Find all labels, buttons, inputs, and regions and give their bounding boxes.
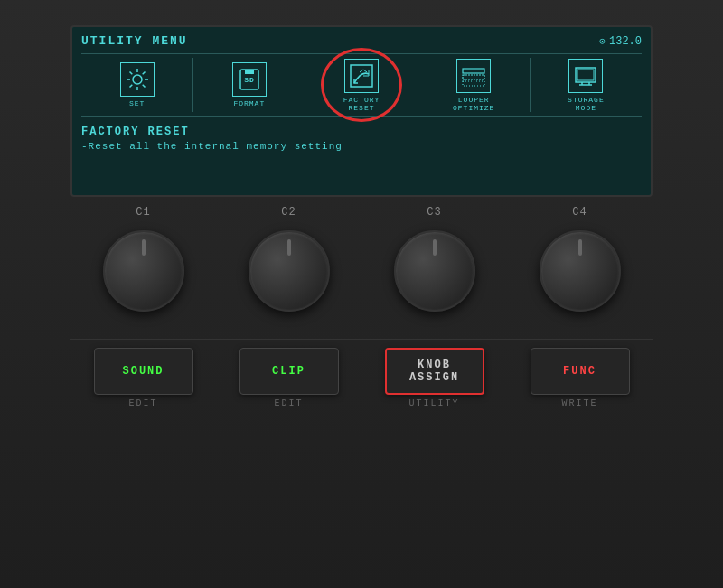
looper-optimize-icon-box xyxy=(456,59,491,93)
lcd-icon-storage-mode[interactable]: STORAGEMODE xyxy=(531,59,642,112)
lcd-info-desc: -Reset all the internal memory setting xyxy=(81,141,642,152)
knob-label-c3: C3 xyxy=(376,206,493,219)
format-icon-label: FORMAT xyxy=(233,99,265,107)
clip-button[interactable]: CLIP xyxy=(239,348,339,395)
lcd-icon-set[interactable]: SET xyxy=(81,62,192,107)
lcd-icon-looper-optimize[interactable]: LOOPEROPTIMIZE xyxy=(418,59,530,112)
set-icon-box xyxy=(120,62,155,97)
knob-c4[interactable] xyxy=(540,230,621,312)
sound-btn-group: SOUND EDIT xyxy=(94,348,193,408)
knob-c2[interactable] xyxy=(249,230,330,312)
lcd-icon-factory-reset[interactable]: FACTORYRESET xyxy=(305,59,417,112)
svg-point-0 xyxy=(133,75,142,84)
knob-label-c4: C4 xyxy=(521,206,639,219)
lcd-icons-row: SET SD FORMAT xyxy=(81,53,642,117)
format-icon-box: SD xyxy=(232,62,267,97)
knob-c3[interactable] xyxy=(394,230,475,312)
sound-button-label: SOUND xyxy=(122,365,164,378)
sound-button[interactable]: SOUND xyxy=(94,348,193,395)
knob-assign-sub-label: UTILITY xyxy=(408,398,459,408)
factory-reset-icon-box xyxy=(344,59,379,93)
lcd-screen: UTILITY MENU ⊙ 132.0 SET xyxy=(70,25,653,197)
lcd-info-title: FACTORY RESET xyxy=(81,126,642,138)
clock-icon: ⊙ xyxy=(599,35,606,47)
func-button[interactable]: FUNC xyxy=(531,348,630,395)
lcd-time: ⊙ 132.0 xyxy=(599,35,642,48)
clip-sub-label: EDIT xyxy=(274,398,303,408)
svg-text:SD: SD xyxy=(244,76,255,84)
device: UTILITY MENU ⊙ 132.0 SET xyxy=(0,0,723,588)
svg-rect-9 xyxy=(577,70,594,80)
looper-optimize-icon-label: LOOPEROPTIMIZE xyxy=(453,96,494,112)
h-divider xyxy=(70,339,653,340)
knobs-row xyxy=(70,230,653,312)
svg-rect-5 xyxy=(463,69,484,73)
storage-mode-icon-box xyxy=(568,59,603,93)
lcd-info: FACTORY RESET -Reset all the internal me… xyxy=(81,122,642,152)
knob-label-c1: C1 xyxy=(85,206,202,219)
knob-assign-btn-group: KNOBASSIGN UTILITY xyxy=(385,348,484,408)
knob-assign-button[interactable]: KNOBASSIGN xyxy=(385,348,484,395)
factory-reset-icon-label: FACTORYRESET xyxy=(343,96,380,112)
knob-assign-button-label: KNOBASSIGN xyxy=(409,359,459,384)
lcd-title: UTILITY MENU xyxy=(81,34,188,48)
svg-rect-3 xyxy=(245,70,254,74)
lcd-icon-format[interactable]: SD FORMAT xyxy=(193,62,305,107)
buttons-row: SOUND EDIT CLIP EDIT KNOBASSIGN UTILITY … xyxy=(70,348,653,408)
knob-labels-row: C1 C2 C3 C4 xyxy=(70,206,653,219)
svg-rect-6 xyxy=(463,75,484,79)
clip-btn-group: CLIP EDIT xyxy=(239,348,339,408)
storage-mode-icon-label: STORAGEMODE xyxy=(568,96,605,112)
lcd-header: UTILITY MENU ⊙ 132.0 xyxy=(81,34,642,48)
func-btn-group: FUNC WRITE xyxy=(531,348,630,408)
knob-c1[interactable] xyxy=(103,230,184,312)
svg-rect-7 xyxy=(463,81,484,86)
lcd-time-value: 132.0 xyxy=(609,35,642,48)
knob-label-c2: C2 xyxy=(230,206,348,219)
clip-button-label: CLIP xyxy=(272,365,305,378)
set-icon-label: SET xyxy=(129,99,145,107)
func-button-label: FUNC xyxy=(563,365,596,378)
func-sub-label: WRITE xyxy=(561,398,597,408)
sound-sub-label: EDIT xyxy=(128,398,157,408)
